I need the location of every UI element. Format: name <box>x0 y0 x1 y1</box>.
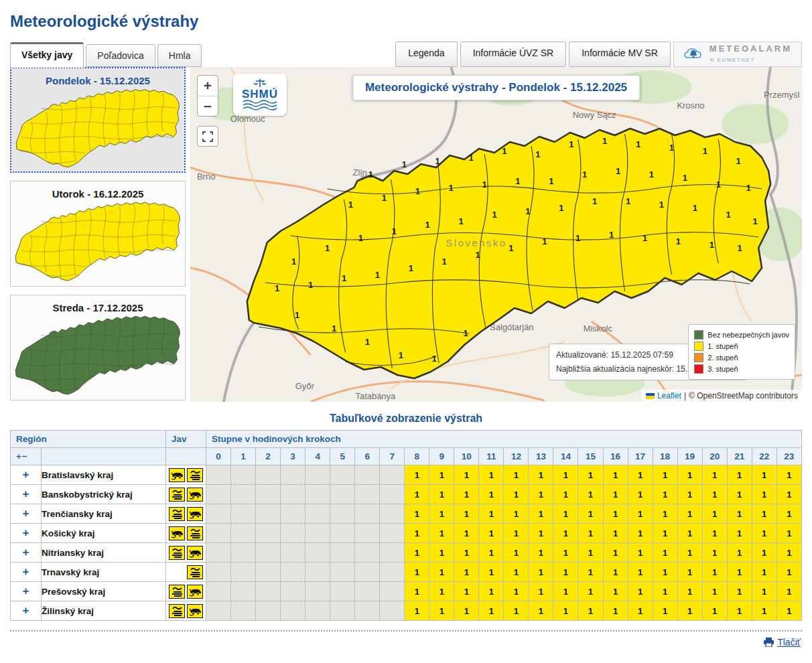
ice-warning-icon[interactable] <box>169 468 185 482</box>
fullscreen-icon <box>202 131 213 142</box>
hour-level-cell <box>206 601 231 621</box>
ice-warning-icon[interactable] <box>187 546 203 560</box>
column-header-hours: Stupne v hodinových krokoch <box>206 431 802 448</box>
map-attribution: Leaflet | © OpenStreetMap contributors <box>642 390 802 402</box>
ice-warning-icon[interactable] <box>169 526 185 540</box>
hour-level-cell <box>330 524 355 543</box>
tab-1[interactable]: Poľadovica <box>86 44 155 67</box>
hour-level-cell <box>231 524 256 543</box>
fog-warning-icon[interactable] <box>169 546 185 560</box>
legend-color-swatch <box>694 330 703 340</box>
hour-level-cell: 1 <box>578 465 603 485</box>
warning-map[interactable]: OstravaOlomoucBrnoZlínNowy SączKrosnoPrz… <box>190 67 802 402</box>
hour-level-cell: 1 <box>776 601 801 621</box>
hour-level-cell <box>231 601 256 621</box>
hour-level-cell <box>380 504 405 524</box>
hour-level-cell <box>330 465 355 485</box>
hour-level-cell: 1 <box>553 601 578 621</box>
tab-2[interactable]: Hmla <box>157 44 202 67</box>
district-level-label: 1 <box>736 156 741 166</box>
hour-header-cell: 21 <box>727 448 752 465</box>
expand-row-button[interactable]: + <box>11 485 42 504</box>
district-level-label: 1 <box>609 230 614 240</box>
hour-level-cell: 1 <box>702 582 727 601</box>
expand-collapse-all[interactable]: +− <box>11 448 42 465</box>
hour-level-cell <box>206 582 231 601</box>
hour-level-cell: 1 <box>702 524 727 543</box>
hour-level-cell: 1 <box>479 601 504 621</box>
print-label: Tlačiť <box>777 637 801 648</box>
hour-level-cell: 1 <box>454 485 479 504</box>
fog-warning-icon[interactable] <box>187 565 203 579</box>
hour-level-cell: 1 <box>603 504 628 524</box>
hour-level-cell: 1 <box>553 543 578 563</box>
expand-all-button[interactable]: + <box>16 451 22 461</box>
hour-level-cell <box>355 524 380 543</box>
hour-level-cell: 1 <box>529 601 553 621</box>
expand-row-button[interactable]: + <box>11 543 42 563</box>
hour-level-cell: 1 <box>479 485 504 504</box>
fog-warning-icon[interactable] <box>169 507 185 521</box>
hour-level-cell: 1 <box>504 543 529 563</box>
hour-header-cell: 2 <box>256 448 281 465</box>
ice-warning-icon[interactable] <box>187 507 203 521</box>
hour-level-cell: 1 <box>578 563 603 582</box>
fog-warning-icon[interactable] <box>187 468 203 482</box>
expand-row-button[interactable]: + <box>11 563 42 582</box>
hour-level-cell: 1 <box>603 485 628 504</box>
column-header-region: Región <box>11 431 166 448</box>
district-level-label: 1 <box>348 200 353 210</box>
fullscreen-button[interactable] <box>197 126 218 147</box>
toolbar-button[interactable]: Informácie ÚVZ SR <box>460 42 567 67</box>
expand-row-button[interactable]: + <box>11 465 42 485</box>
expand-row-button[interactable]: + <box>11 524 42 543</box>
ice-warning-icon[interactable] <box>187 585 203 599</box>
expand-row-button[interactable]: + <box>11 582 42 601</box>
hour-level-cell: 1 <box>628 543 653 563</box>
district-level-label: 1 <box>709 240 714 250</box>
ice-warning-icon[interactable] <box>187 604 203 618</box>
hour-level-cell: 1 <box>677 563 702 582</box>
fog-warning-icon[interactable] <box>169 585 185 599</box>
tab-list: Všetky javyPoľadovicaHmla <box>10 42 204 67</box>
tab-0[interactable]: Všetky javy <box>10 42 84 68</box>
hour-level-cell: 1 <box>677 601 702 621</box>
hour-level-cell: 1 <box>479 524 504 543</box>
leaflet-link[interactable]: Leaflet <box>657 391 681 400</box>
page-title: Meteorologické výstrahy <box>10 12 802 31</box>
expand-row-button[interactable]: + <box>11 504 42 524</box>
zoom-out-button[interactable]: − <box>198 96 218 116</box>
expand-row-button[interactable]: + <box>11 601 42 621</box>
toolbar-button[interactable]: Legenda <box>395 42 458 67</box>
hour-level-cell <box>256 504 281 524</box>
day-thumbnail[interactable]: Pondelok - 15.12.2025 <box>10 67 186 173</box>
day-thumbnail[interactable]: Streda - 17.12.2025 <box>10 295 186 400</box>
zoom-in-button[interactable]: + <box>198 76 218 96</box>
fog-warning-icon[interactable] <box>187 526 203 540</box>
meteoalarm-link[interactable]: METEOALARM ⟲ EUMETNET <box>673 42 802 67</box>
fog-warning-icon[interactable] <box>169 488 185 502</box>
district-level-label: 1 <box>425 220 430 230</box>
hour-level-cell <box>306 563 330 582</box>
hour-level-cell: 1 <box>702 601 727 621</box>
toolbar-button[interactable]: Informácie MV SR <box>569 42 671 67</box>
day-thumbnail[interactable]: Utorok - 16.12.2025 <box>10 181 186 287</box>
collapse-all-button[interactable]: − <box>22 451 28 461</box>
hour-level-cell: 1 <box>429 582 454 601</box>
fog-warning-icon[interactable] <box>169 604 185 618</box>
hour-level-cell: 1 <box>454 465 479 485</box>
legend-color-swatch <box>694 353 703 362</box>
hour-level-cell: 1 <box>727 504 752 524</box>
district-level-label: 1 <box>332 323 336 334</box>
district-level-label: 1 <box>325 243 330 253</box>
hour-level-cell <box>380 465 405 485</box>
meteoalarm-title: METEOALARM <box>709 44 792 54</box>
hour-level-cell: 1 <box>504 524 529 543</box>
print-link[interactable]: Tlačiť <box>764 637 801 648</box>
hour-level-cell <box>330 485 355 504</box>
legend-row: 2. stupeň <box>694 353 789 362</box>
hour-level-cell: 1 <box>752 465 776 485</box>
hour-level-cell <box>306 465 330 485</box>
ice-warning-icon[interactable] <box>187 488 203 502</box>
shmu-logo[interactable]: SHMÚ <box>233 74 287 116</box>
